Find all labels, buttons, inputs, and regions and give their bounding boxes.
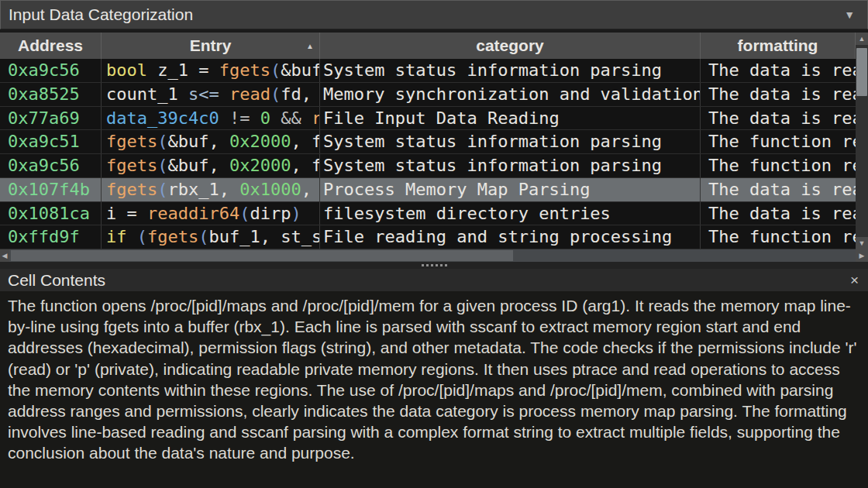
- entry-token: dirp: [250, 204, 291, 223]
- cell-entry: count_1 s<= read(fd, b: [102, 83, 320, 106]
- vertical-scroll-thumb[interactable]: [856, 48, 867, 96]
- entry-token: &&: [281, 108, 312, 128]
- table-row[interactable]: 0xa9c56bool z_1 = fgets(&buf,System stat…: [0, 59, 856, 83]
- cell-address: 0xffd9f: [0, 225, 102, 249]
- entry-token: re: [312, 108, 320, 128]
- entry-token: readdir64: [147, 204, 239, 223]
- cell-address: 0xa9c51: [0, 130, 102, 153]
- scroll-up-button[interactable]: ▲: [856, 33, 868, 45]
- table-row[interactable]: 0x107f4bfgets(rbx_1, 0x1000, fProcess Me…: [0, 178, 856, 202]
- scroll-right-button[interactable]: ▶: [856, 249, 868, 262]
- entry-token: fgets: [106, 132, 157, 151]
- entry-token: (: [157, 156, 167, 175]
- cell-category: System status information parsing: [320, 130, 701, 153]
- horizontal-scroll-track[interactable]: [9, 249, 856, 262]
- entry-token: z_1 =: [147, 60, 219, 80]
- entry-token: 0x2000: [229, 132, 291, 151]
- cell-entry: if (fgets(buf_1, st_si: [102, 225, 320, 249]
- cell-entry: fgets(&buf, 0x2000, fp: [102, 130, 320, 153]
- sort-ascending-icon: ▲: [306, 42, 314, 50]
- cell-address: 0x77a69: [0, 107, 102, 130]
- cell-category: System status information parsing: [320, 154, 701, 177]
- table-body: 0xa9c56bool z_1 = fgets(&buf,System stat…: [0, 59, 856, 249]
- cell-category: filesystem directory entries: [320, 202, 701, 225]
- entry-token: 0x2000: [229, 156, 291, 175]
- entry-token: (: [157, 132, 167, 151]
- cell-entry: i = readdir64(dirp): [102, 202, 320, 225]
- column-header-formatting[interactable]: formatting: [701, 33, 856, 59]
- cell-formatting: The function re: [701, 130, 856, 153]
- entry-token: bool: [106, 60, 147, 80]
- cell-category: Process Memory Map Parsing: [320, 178, 701, 201]
- horizontal-scrollbar[interactable]: ◀ ▶: [0, 249, 868, 262]
- cell-entry: fgets(&buf, 0x2000, fp: [102, 154, 320, 177]
- cell-category: File Input Data Reading: [320, 107, 701, 130]
- column-header-address[interactable]: Address: [0, 33, 102, 59]
- scroll-right-icon: ▶: [859, 252, 865, 259]
- cell-contents-text: The function opens /proc/[pid]/maps and …: [8, 297, 856, 462]
- cell-formatting: The data is rea: [701, 107, 856, 130]
- cell-formatting: The function re: [701, 225, 856, 249]
- scroll-up-icon: ▲: [859, 35, 866, 43]
- cell-address: 0x107f4b: [0, 178, 102, 201]
- entry-token: (: [198, 227, 208, 246]
- cell-address: 0xa8525: [0, 83, 102, 106]
- splitter-dots: [422, 264, 447, 266]
- entry-token: &buf,: [281, 60, 320, 80]
- vertical-scrollbar[interactable]: ▲ ▼: [856, 33, 868, 249]
- scroll-down-icon: ▼: [859, 239, 866, 247]
- entry-token: read: [229, 84, 270, 104]
- cell-entry: fgets(rbx_1, 0x1000, f: [102, 178, 320, 201]
- table-row[interactable]: 0xa8525count_1 s<= read(fd, bMemory sync…: [0, 83, 856, 107]
- panel-selector-dropdown[interactable]: Input Data Categorization ▼: [0, 0, 868, 29]
- column-header-entry[interactable]: Entry ▲: [102, 33, 320, 59]
- scroll-left-icon: ◀: [2, 252, 8, 259]
- entry-token: (: [270, 84, 281, 104]
- entry-token: rbx_1,: [167, 180, 239, 199]
- cell-formatting: The data is rea: [701, 178, 856, 201]
- cell-address: 0x1081ca: [0, 202, 102, 225]
- entry-token: fgets: [106, 180, 157, 199]
- entry-token: fgets: [147, 227, 198, 246]
- cell-category: System status information parsing: [320, 59, 701, 82]
- entry-token: , f: [301, 180, 320, 199]
- entry-token: (: [239, 204, 250, 223]
- table-row[interactable]: 0xffd9fif (fgets(buf_1, st_siFile readin…: [0, 225, 856, 249]
- input-data-categorization-panel: Input Data Categorization ▼ Address Entr…: [0, 0, 868, 488]
- entry-token: &buf,: [167, 156, 229, 175]
- scroll-down-button[interactable]: ▼: [856, 237, 868, 249]
- entry-token: !=: [229, 108, 260, 128]
- entry-token: fgets: [106, 156, 157, 175]
- close-icon[interactable]: ×: [849, 273, 860, 287]
- entry-token: data_39c4c0: [106, 108, 229, 128]
- panel-splitter-handle[interactable]: [0, 262, 868, 269]
- cell-address: 0xa9c56: [0, 154, 102, 177]
- entry-token: (: [137, 227, 147, 246]
- entry-token: 0: [260, 108, 281, 128]
- panel-title: Input Data Categorization: [9, 5, 193, 24]
- horizontal-scroll-thumb[interactable]: [11, 250, 513, 261]
- cell-entry: data_39c4c0 != 0 && re: [102, 107, 320, 130]
- entry-token: s<=: [188, 84, 229, 104]
- entry-token: i =: [106, 204, 147, 223]
- vertical-scroll-track[interactable]: [856, 45, 868, 237]
- table-row[interactable]: 0x1081cai = readdir64(dirp)filesystem di…: [0, 202, 856, 226]
- column-header-category[interactable]: category: [320, 33, 701, 59]
- categorization-table: Address Entry ▲ category formatting 0xa9…: [0, 33, 868, 249]
- chevron-down-icon: ▼: [844, 9, 859, 21]
- cell-contents-body: The function opens /proc/[pid]/maps and …: [0, 291, 868, 488]
- cell-contents-header: Cell Contents ×: [0, 269, 868, 291]
- cell-entry: bool z_1 = fgets(&buf,: [102, 59, 320, 82]
- entry-token: (: [270, 60, 281, 80]
- scroll-left-button[interactable]: ◀: [0, 249, 9, 262]
- entry-token: if: [106, 227, 137, 246]
- entry-token: , fp: [291, 156, 320, 175]
- cell-address: 0xa9c56: [0, 59, 102, 82]
- entry-token: ): [291, 204, 301, 223]
- table-row[interactable]: 0x77a69data_39c4c0 != 0 && reFile Input …: [0, 107, 856, 131]
- cell-formatting: The data is rea: [701, 59, 856, 82]
- table-row[interactable]: 0xa9c51fgets(&buf, 0x2000, fpSystem stat…: [0, 130, 856, 154]
- cell-category: File reading and string processing: [320, 225, 701, 249]
- table-row[interactable]: 0xa9c56fgets(&buf, 0x2000, fpSystem stat…: [0, 154, 856, 178]
- entry-token: 0x1000: [239, 180, 301, 199]
